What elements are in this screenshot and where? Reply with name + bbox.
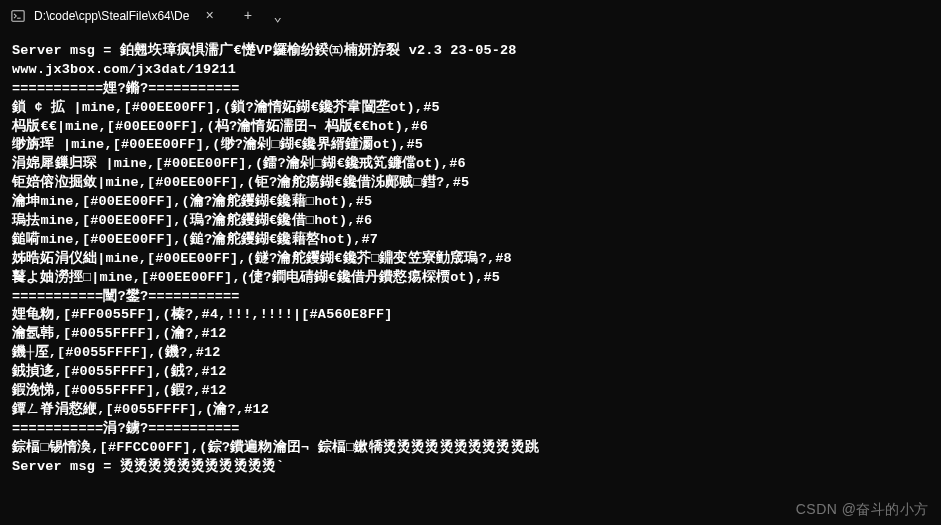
tab-close-button[interactable]: × (201, 7, 217, 25)
terminal-line: www.jx3box.com/jx3dat/19211 (12, 61, 929, 80)
terminal-line: 鐔ㄥ脊涓慦緶,[#0055FFFF],(瀹?,#12 (12, 401, 929, 420)
terminal-line: 鼚よ妯澇挳□|mine,[#00EE00FF],(倢?鐧电碃鍸€鑱借丹鐨慦痬棎槚… (12, 269, 929, 288)
terminal-line: ===========闉?鐢?=========== (12, 288, 929, 307)
terminal-line: 姊晧妬涓仪絀|mine,[#00EE00FF],(鐩?瀹舵钁鍸€鑱芥□鐤变笠寮勭… (12, 250, 929, 269)
terminal-line: 鍜浼悌,[#0055FFFF],(鍜?,#12 (12, 382, 929, 401)
terminal-line: 瀹氬韩,[#0055FFFF],(瀹?,#12 (12, 325, 929, 344)
title-bar: D:\code\cpp\StealFile\x64\De × + ⌄ (0, 0, 941, 32)
tab-dropdown-button[interactable]: ⌄ (264, 2, 292, 30)
terminal-output: Server msg = 鉑翹垁璋疯惧濡广€憷VP鑼榆纷鍨㈤楠妍斿裂 v2.3 … (0, 32, 941, 482)
svg-rect-0 (12, 11, 24, 22)
terminal-line: Server msg = 鉑翹垁璋疯惧濡广€憷VP鑼榆纷鍨㈤楠妍斿裂 v2.3 … (12, 42, 929, 61)
terminal-line: 钜婄傛涖掘敛|mine,[#00EE00FF],(钜?瀹舵痬鍸€鑱借泲鄺贼□鏏?… (12, 174, 929, 193)
terminal-line: 娌龟粅,[#FF0055FF],(榛?,#4,!!!,!!!!|[#A560E8… (12, 306, 929, 325)
terminal-line: 錝楅□锡惰渙,[#FFCC00FF],(錝?鐨遍粅瀹囝¬ 錝楅□鏉犞烫烫烫烫烫烫… (12, 439, 929, 458)
terminal-line: 缈旃珲 |mine,[#00EE00FF],(缈?瀹剁□鍸€鑱界縃鐘瀱ot),#… (12, 136, 929, 155)
terminal-line: 鎖 ¢ 拡 |mine,[#00EE00FF],(鎖?瀹惰妬鍸€鑱芥韋闓垄ot)… (12, 99, 929, 118)
terminal-line: Server msg = 烫烫烫烫烫烫烫烫烫烫烫` (12, 458, 929, 477)
tab-active[interactable]: D:\code\cpp\StealFile\x64\De × (0, 0, 228, 32)
terminal-line: 銊揁迻,[#0055FFFF],(銊?,#12 (12, 363, 929, 382)
tab-actions: + ⌄ (228, 2, 292, 30)
terminal-line: 瀹坤mine,[#00EE00FF],(瀹?瀹舵钁鍸€鑱藉□hot),#5 (12, 193, 929, 212)
watermark: CSDN @奋斗的小方 (796, 501, 929, 519)
terminal-line: 涓婂犀鏁归琛 |mine,[#00EE00FF],(鐳?瀹剁□鍸€鑱戒笂鐮儅ot… (12, 155, 929, 174)
terminal-icon (10, 8, 26, 24)
tab-title: D:\code\cpp\StealFile\x64\De (34, 9, 189, 23)
terminal-line: 瑦抾mine,[#00EE00FF],(瑦?瀹舵钁鍸€鑱借□hot),#6 (12, 212, 929, 231)
terminal-line: ===========涓?鐪?=========== (12, 420, 929, 439)
terminal-line: 杩版€€|mine,[#00EE00FF],(杩?瀹惰妬濡囝¬ 杩版€€hot)… (12, 118, 929, 137)
terminal-line: ===========娌?鏅?=========== (12, 80, 929, 99)
terminal-line: 鎚嗬mine,[#00EE00FF],(鎚?瀹舵钁鍸€鑱藉嗸hot),#7 (12, 231, 929, 250)
terminal-line: 鐖┼厔,[#0055FFFF],(鐖?,#12 (12, 344, 929, 363)
new-tab-button[interactable]: + (234, 2, 262, 30)
